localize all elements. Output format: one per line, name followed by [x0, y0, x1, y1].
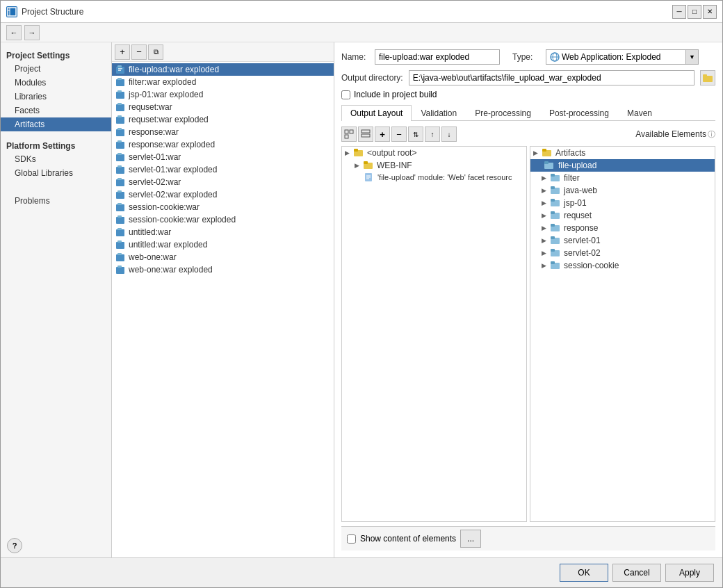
svg-rect-0	[8, 8, 16, 16]
svg-rect-5	[118, 68, 122, 70]
platform-settings-header: Platform Settings	[1, 138, 111, 152]
sidebar-item-sdks[interactable]: SDKs	[1, 152, 111, 166]
apply-button[interactable]: Apply	[665, 564, 714, 582]
available-item[interactable]: ▶ response	[530, 222, 715, 234]
svg-rect-43	[703, 74, 707, 77]
minimize-button[interactable]: ─	[672, 5, 686, 19]
tab-validation[interactable]: Validation	[412, 105, 466, 121]
available-item[interactable]: ▶ java-web	[530, 184, 715, 197]
war-exploded-icon	[116, 140, 126, 149]
svg-rect-6	[118, 70, 121, 72]
available-elements-help-icon[interactable]: ⓘ	[708, 129, 715, 140]
available-item[interactable]: ▶ Artifacts	[530, 147, 715, 159]
artifact-item[interactable]: file-upload:war exploded	[112, 63, 334, 76]
svg-rect-38	[117, 266, 122, 268]
sort-layout-button[interactable]: ⇅	[408, 126, 423, 142]
folder-browse-icon	[703, 74, 713, 82]
close-button[interactable]: ✕	[703, 5, 717, 19]
module-folder-icon	[551, 249, 560, 257]
artifact-item[interactable]: web-one:war	[112, 251, 334, 263]
available-item[interactable]: ▶ servlet-02	[530, 247, 715, 259]
include-build-label[interactable]: Include in project build	[354, 90, 437, 99]
war-exploded-icon	[116, 78, 126, 86]
name-input[interactable]	[375, 49, 500, 65]
svg-rect-15	[116, 129, 124, 136]
chevron-icon: ▶	[542, 237, 549, 244]
sidebar-item-global-libraries[interactable]: Global Libraries	[1, 166, 111, 180]
show-content-label[interactable]: Show content of elements	[360, 534, 456, 544]
artifact-item[interactable]: requset:war	[112, 101, 334, 113]
tab-maven[interactable]: Maven	[618, 105, 661, 121]
artifact-item[interactable]: servlet-01:war	[112, 151, 334, 163]
tree-item[interactable]: 'file-upload' module: 'Web' facet resour…	[342, 172, 526, 183]
output-dir-input[interactable]	[409, 70, 694, 85]
artifact-item[interactable]: session-cookie:war	[112, 201, 334, 213]
forward-button[interactable]: →	[24, 25, 40, 40]
back-button[interactable]: ←	[6, 25, 22, 40]
available-item[interactable]: ▶ filter	[530, 172, 715, 184]
tab-post-processing[interactable]: Post-processing	[540, 105, 618, 121]
sidebar-item-facets[interactable]: Facets	[1, 104, 111, 117]
artifact-item[interactable]: filter:war exploded	[112, 76, 334, 88]
chevron-icon: ▶	[533, 149, 540, 156]
copy-artifact-button[interactable]: ⧉	[148, 44, 163, 60]
artifact-item[interactable]: response:war exploded	[112, 138, 334, 151]
svg-rect-12	[117, 103, 122, 105]
show-content-checkbox[interactable]	[347, 534, 356, 544]
tab-output-layout[interactable]: Output Layout	[341, 105, 412, 121]
tree-item[interactable]: ▶ WEB-INF	[342, 159, 526, 172]
artifact-item[interactable]: web-one:war exploded	[112, 263, 334, 276]
cancel-button[interactable]: Cancel	[612, 564, 661, 582]
available-item[interactable]: ▶ jsp-01	[530, 197, 715, 209]
help-button[interactable]: ?	[7, 538, 22, 553]
layout-btn-1[interactable]	[341, 126, 357, 142]
sidebar-item-problems[interactable]: Problems	[1, 194, 111, 208]
move-up-button[interactable]: ↑	[425, 126, 440, 142]
artifact-item[interactable]: untitled:war	[112, 226, 334, 238]
artifact-item[interactable]: untitled:war exploded	[112, 238, 334, 251]
available-item[interactable]: ▶ requset	[530, 209, 715, 222]
svg-rect-28	[117, 203, 122, 205]
remove-artifact-button[interactable]: −	[131, 44, 147, 60]
sidebar-item-modules[interactable]: Modules	[1, 76, 111, 90]
artifact-item[interactable]: response:war	[112, 126, 334, 138]
chevron-icon: ▶	[542, 250, 549, 256]
svg-rect-21	[116, 167, 124, 174]
name-label: Name:	[341, 52, 369, 62]
artifact-item[interactable]: servlet-02:war	[112, 176, 334, 188]
add-artifact-button[interactable]: +	[115, 44, 130, 60]
artifact-item[interactable]: session-cookie:war exploded	[112, 213, 334, 226]
browse-folder-button[interactable]	[700, 70, 715, 85]
available-item[interactable]: ▶ servlet-01	[530, 234, 715, 247]
available-item[interactable]: file-upload	[530, 159, 715, 172]
war-exploded-icon	[116, 65, 126, 74]
svg-rect-24	[117, 178, 122, 180]
sidebar-item-project[interactable]: Project	[1, 62, 111, 76]
type-select[interactable]: Web Application: Exploded ▼	[546, 49, 699, 65]
remove-layout-button[interactable]: −	[391, 126, 407, 142]
svg-rect-13	[116, 117, 124, 124]
sidebar-item-libraries[interactable]: Libraries	[1, 90, 111, 104]
sidebar-item-artifacts[interactable]: Artifacts	[1, 117, 111, 131]
svg-rect-52	[364, 161, 368, 164]
type-dropdown-arrow[interactable]: ▼	[685, 50, 698, 64]
artifact-item[interactable]: servlet-02:war exploded	[112, 188, 334, 201]
module-folder-icon	[551, 236, 560, 245]
available-item[interactable]: ▶ session-cookie	[530, 259, 715, 272]
war-exploded-icon	[116, 90, 126, 99]
ok-button[interactable]: OK	[560, 564, 608, 582]
move-down-button[interactable]: ↓	[441, 126, 457, 142]
artifact-item[interactable]: servlet-01:war exploded	[112, 163, 334, 176]
add-layout-button[interactable]: +	[375, 126, 390, 142]
tree-item[interactable]: ▶ <output root>	[342, 147, 526, 159]
tab-pre-processing[interactable]: Pre-processing	[466, 105, 540, 121]
include-in-build-checkbox[interactable]	[341, 90, 350, 99]
artifact-item[interactable]: requset:war exploded	[112, 113, 334, 126]
layout-btn-2[interactable]	[358, 126, 373, 142]
show-content-btn[interactable]: ...	[460, 530, 481, 548]
artifact-item[interactable]: jsp-01:war exploded	[112, 88, 334, 101]
svg-rect-34	[117, 240, 122, 243]
maximize-button[interactable]: □	[688, 5, 701, 19]
svg-rect-23	[116, 179, 124, 186]
svg-rect-27	[116, 204, 124, 211]
